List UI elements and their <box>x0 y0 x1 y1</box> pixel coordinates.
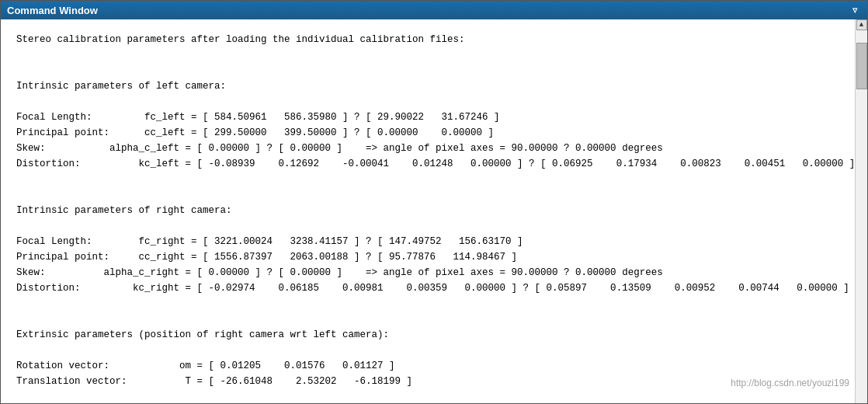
window-title: Command Window <box>7 5 98 16</box>
scroll-up-arrow[interactable]: ▲ <box>856 19 867 30</box>
scroll-thumb[interactable] <box>856 43 867 89</box>
main-content: Stereo calibration parameters after load… <box>1 19 855 403</box>
window-control-icon[interactable]: ▿ <box>849 4 861 16</box>
content-area: Stereo calibration parameters after load… <box>1 19 867 403</box>
command-window: Command Window ▿ Stereo calibration para… <box>0 0 868 404</box>
title-bar: Command Window ▿ <box>1 1 867 19</box>
output-text: Stereo calibration parameters after load… <box>16 32 839 403</box>
watermark: http://blog.csdn.net/youzi199 <box>731 378 849 388</box>
scrollbar[interactable]: ▲ <box>855 19 867 403</box>
